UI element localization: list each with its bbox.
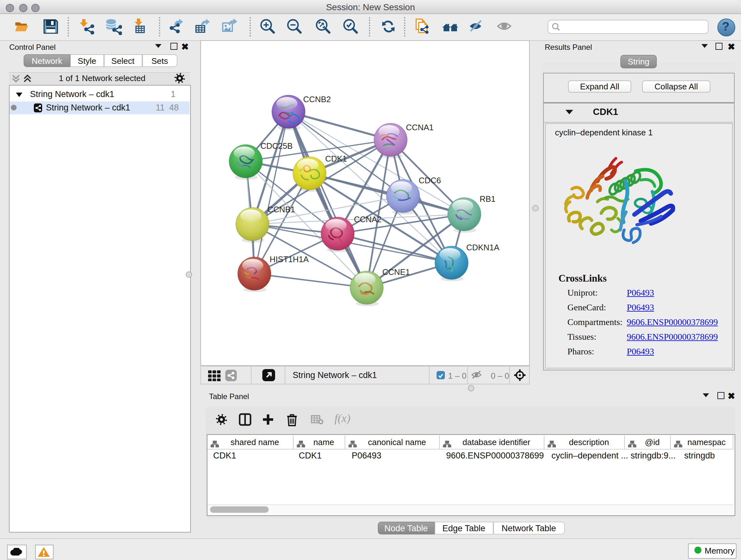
svg-text:CCNB1: CCNB1 — [267, 205, 295, 214]
svg-text:CDC6: CDC6 — [419, 176, 441, 185]
svg-text:CDC25B: CDC25B — [260, 141, 293, 150]
svg-text:CCNA1: CCNA1 — [406, 123, 434, 132]
svg-text:CDKN1A: CDKN1A — [466, 243, 500, 252]
svg-text:CCNB2: CCNB2 — [303, 95, 331, 104]
svg-text:CDK1: CDK1 — [325, 154, 347, 163]
svg-text:HIST1H1A: HIST1H1A — [270, 255, 309, 264]
svg-text:CCNA2: CCNA2 — [354, 215, 382, 224]
svg-text:CCNE1: CCNE1 — [382, 267, 410, 276]
svg-text:RB1: RB1 — [480, 194, 495, 203]
